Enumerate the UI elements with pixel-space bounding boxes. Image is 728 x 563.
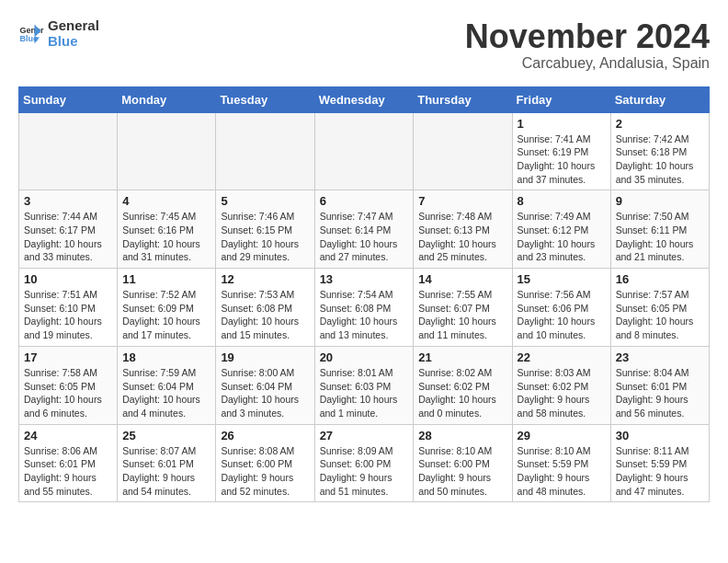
calendar-week-1: 1Sunrise: 7:41 AM Sunset: 6:19 PM Daylig… [19, 112, 710, 190]
day-info: Sunrise: 8:01 AM Sunset: 6:03 PM Dayligh… [320, 366, 409, 420]
day-number: 16 [616, 272, 704, 286]
calendar-cell: 23Sunrise: 8:04 AM Sunset: 6:01 PM Dayli… [610, 346, 709, 424]
day-info: Sunrise: 8:11 AM Sunset: 5:59 PM Dayligh… [616, 444, 704, 499]
weekday-header-saturday: Saturday [610, 86, 709, 112]
day-number: 28 [418, 429, 506, 442]
calendar-cell: 15Sunrise: 7:56 AM Sunset: 6:06 PM Dayli… [512, 269, 610, 347]
day-info: Sunrise: 7:55 AM Sunset: 6:07 PM Dayligh… [418, 288, 506, 342]
day-number: 3 [24, 194, 112, 208]
day-info: Sunrise: 7:51 AM Sunset: 6:10 PM Dayligh… [24, 288, 112, 342]
calendar-cell: 10Sunrise: 7:51 AM Sunset: 6:10 PM Dayli… [19, 269, 118, 347]
calendar-cell: 20Sunrise: 8:01 AM Sunset: 6:03 PM Dayli… [314, 346, 414, 424]
day-number: 25 [122, 429, 210, 442]
calendar-cell: 2Sunrise: 7:42 AM Sunset: 6:18 PM Daylig… [610, 112, 709, 190]
weekday-header-tuesday: Tuesday [216, 86, 314, 112]
calendar-week-2: 3Sunrise: 7:44 AM Sunset: 6:17 PM Daylig… [19, 190, 710, 269]
day-number: 19 [221, 350, 309, 364]
day-number: 9 [616, 194, 704, 208]
logo-line2: Blue [48, 34, 99, 50]
day-info: Sunrise: 8:10 AM Sunset: 6:00 PM Dayligh… [418, 444, 506, 499]
day-info: Sunrise: 8:10 AM Sunset: 5:59 PM Dayligh… [518, 444, 606, 499]
calendar-cell: 8Sunrise: 7:49 AM Sunset: 6:12 PM Daylig… [512, 190, 610, 269]
calendar-cell: 13Sunrise: 7:54 AM Sunset: 6:08 PM Dayli… [314, 269, 414, 347]
calendar-week-3: 10Sunrise: 7:51 AM Sunset: 6:10 PM Dayli… [19, 269, 710, 347]
day-info: Sunrise: 7:54 AM Sunset: 6:08 PM Dayligh… [320, 288, 409, 342]
day-info: Sunrise: 7:42 AM Sunset: 6:18 PM Dayligh… [616, 132, 704, 187]
day-info: Sunrise: 7:53 AM Sunset: 6:08 PM Dayligh… [221, 288, 309, 342]
day-number: 27 [320, 429, 409, 442]
calendar-week-5: 24Sunrise: 8:06 AM Sunset: 6:01 PM Dayli… [19, 424, 710, 502]
calendar-cell: 29Sunrise: 8:10 AM Sunset: 5:59 PM Dayli… [512, 424, 610, 502]
day-number: 4 [122, 194, 210, 208]
month-title: November 2024 [465, 18, 710, 55]
day-number: 26 [221, 429, 309, 442]
calendar-cell: 30Sunrise: 8:11 AM Sunset: 5:59 PM Dayli… [610, 424, 709, 502]
day-info: Sunrise: 8:04 AM Sunset: 6:01 PM Dayligh… [616, 366, 704, 420]
day-number: 8 [518, 194, 606, 208]
day-number: 18 [122, 350, 210, 364]
day-number: 22 [518, 350, 606, 364]
calendar-header-row: SundayMondayTuesdayWednesdayThursdayFrid… [19, 86, 710, 112]
calendar-cell: 1Sunrise: 7:41 AM Sunset: 6:19 PM Daylig… [512, 112, 610, 190]
day-number: 30 [616, 429, 704, 442]
location-subtitle: Carcabuey, Andalusia, Spain [465, 55, 710, 72]
day-number: 7 [418, 194, 506, 208]
calendar-cell [216, 112, 314, 190]
calendar-cell: 19Sunrise: 8:00 AM Sunset: 6:04 PM Dayli… [216, 346, 314, 424]
logo-line1: General [48, 18, 99, 34]
calendar-cell: 12Sunrise: 7:53 AM Sunset: 6:08 PM Dayli… [216, 269, 314, 347]
calendar-cell: 9Sunrise: 7:50 AM Sunset: 6:11 PM Daylig… [610, 190, 709, 269]
day-number: 24 [24, 429, 112, 442]
day-info: Sunrise: 7:49 AM Sunset: 6:12 PM Dayligh… [518, 210, 606, 264]
svg-text:General: General [19, 25, 44, 34]
day-number: 12 [221, 272, 309, 286]
calendar-cell: 6Sunrise: 7:47 AM Sunset: 6:14 PM Daylig… [314, 190, 414, 269]
day-number: 15 [518, 272, 606, 286]
day-info: Sunrise: 8:08 AM Sunset: 6:00 PM Dayligh… [221, 444, 309, 499]
day-info: Sunrise: 8:09 AM Sunset: 6:00 PM Dayligh… [320, 444, 409, 499]
day-info: Sunrise: 7:46 AM Sunset: 6:15 PM Dayligh… [221, 210, 309, 264]
calendar-cell: 5Sunrise: 7:46 AM Sunset: 6:15 PM Daylig… [216, 190, 314, 269]
calendar-cell: 17Sunrise: 7:58 AM Sunset: 6:05 PM Dayli… [19, 346, 118, 424]
day-info: Sunrise: 8:02 AM Sunset: 6:02 PM Dayligh… [418, 366, 506, 420]
calendar-cell: 4Sunrise: 7:45 AM Sunset: 6:16 PM Daylig… [118, 190, 216, 269]
day-info: Sunrise: 7:58 AM Sunset: 6:05 PM Dayligh… [24, 366, 112, 420]
calendar-cell: 11Sunrise: 7:52 AM Sunset: 6:09 PM Dayli… [118, 269, 216, 347]
calendar-cell: 28Sunrise: 8:10 AM Sunset: 6:00 PM Dayli… [414, 424, 512, 502]
calendar-cell: 7Sunrise: 7:48 AM Sunset: 6:13 PM Daylig… [414, 190, 512, 269]
calendar-cell [19, 112, 118, 190]
logo-icon: General Blue [18, 21, 44, 47]
day-number: 23 [616, 350, 704, 364]
weekday-header-sunday: Sunday [19, 86, 118, 112]
day-info: Sunrise: 7:50 AM Sunset: 6:11 PM Dayligh… [616, 210, 704, 264]
day-number: 11 [122, 272, 210, 286]
calendar-cell: 27Sunrise: 8:09 AM Sunset: 6:00 PM Dayli… [314, 424, 414, 502]
day-number: 5 [221, 194, 309, 208]
weekday-header-wednesday: Wednesday [314, 86, 414, 112]
day-info: Sunrise: 7:59 AM Sunset: 6:04 PM Dayligh… [122, 366, 210, 420]
calendar-cell: 3Sunrise: 7:44 AM Sunset: 6:17 PM Daylig… [19, 190, 118, 269]
weekday-header-thursday: Thursday [414, 86, 512, 112]
day-number: 17 [24, 350, 112, 364]
calendar-cell: 22Sunrise: 8:03 AM Sunset: 6:02 PM Dayli… [512, 346, 610, 424]
weekday-header-friday: Friday [512, 86, 610, 112]
day-info: Sunrise: 8:07 AM Sunset: 6:01 PM Dayligh… [122, 444, 210, 499]
page-header: General Blue General Blue November 2024 … [18, 18, 710, 72]
calendar-cell: 24Sunrise: 8:06 AM Sunset: 6:01 PM Dayli… [19, 424, 118, 502]
day-info: Sunrise: 8:00 AM Sunset: 6:04 PM Dayligh… [221, 366, 309, 420]
title-block: November 2024 Carcabuey, Andalusia, Spai… [465, 18, 710, 72]
day-number: 13 [320, 272, 409, 286]
day-info: Sunrise: 8:03 AM Sunset: 6:02 PM Dayligh… [518, 366, 606, 420]
logo: General Blue General Blue [18, 18, 99, 49]
calendar-cell [314, 112, 414, 190]
day-info: Sunrise: 7:45 AM Sunset: 6:16 PM Dayligh… [122, 210, 210, 264]
day-number: 29 [518, 429, 606, 442]
day-info: Sunrise: 7:52 AM Sunset: 6:09 PM Dayligh… [122, 288, 210, 342]
day-number: 2 [616, 117, 704, 131]
day-info: Sunrise: 7:56 AM Sunset: 6:06 PM Dayligh… [518, 288, 606, 342]
day-info: Sunrise: 7:44 AM Sunset: 6:17 PM Dayligh… [24, 210, 112, 264]
day-number: 6 [320, 194, 409, 208]
day-info: Sunrise: 7:48 AM Sunset: 6:13 PM Dayligh… [418, 210, 506, 264]
day-number: 10 [24, 272, 112, 286]
calendar-cell: 25Sunrise: 8:07 AM Sunset: 6:01 PM Dayli… [118, 424, 216, 502]
